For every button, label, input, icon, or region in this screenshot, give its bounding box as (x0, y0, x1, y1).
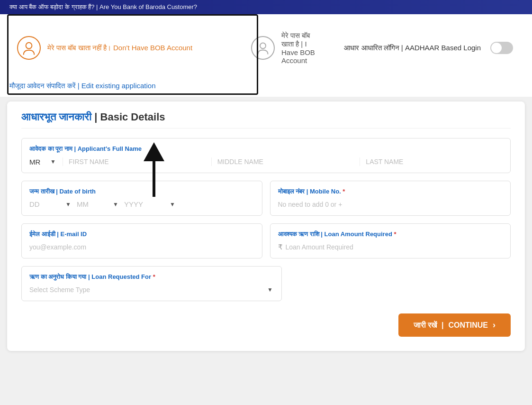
dob-group: जन्म तारीख | Date of birth DD ▼ MM (21, 181, 262, 216)
yyyy-wrapper[interactable]: YYYY ▼ (124, 200, 176, 208)
first-name-field (63, 157, 206, 166)
scheme-type-select[interactable]: Select Scheme Type Home Loan Personal Lo… (29, 286, 274, 294)
dd-select[interactable]: DD (29, 200, 67, 208)
scheme-type-wrapper[interactable]: Select Scheme Type Home Loan Personal Lo… (29, 286, 274, 294)
continue-text-hindi: जारी रखें (414, 321, 437, 330)
svg-point-1 (260, 43, 266, 49)
loan-amount-group: आवश्यक ऋण राशि | Loan Amount Required * … (270, 223, 511, 258)
edit-application-link[interactable]: मौजूदा आवेदन संपादित करें | Edit existin… (9, 82, 156, 90)
svg-point-0 (26, 43, 32, 49)
loan-requested-group: ऋण का अनुरोध किया गया | Loan Requested F… (21, 266, 282, 301)
aadhaar-row: मेरे पास बॉब खाता है | I Have BOB Accoun… (242, 20, 523, 76)
mobile-label: मोबाइल नंबर | Mobile No. * (278, 188, 503, 195)
have-bob-text: मेरे पास बॉब खाता है | I Have BOB Accoun… (281, 31, 317, 64)
basic-details-form: आधारभूत जानकारी | Basic Details आवेदक का… (7, 101, 525, 351)
loan-amount-label: आवश्यक ऋण राशि | Loan Amount Required * (278, 230, 503, 238)
top-bar-text: क्या आप बैंक ऑफ बड़ोदा के ग्राहक हैं? | … (9, 3, 197, 10)
mobile-input[interactable] (278, 201, 503, 208)
middle-name-input[interactable] (217, 158, 354, 166)
email-group: ईमेल आईडी | E-mail ID (21, 223, 262, 258)
mobile-group: मोबाइल नंबर | Mobile No. * (270, 181, 511, 216)
continue-arrow-icon: › (493, 320, 496, 330)
top-bar: क्या आप बैंक ऑफ बड़ोदा के ग्राहक हैं? | … (0, 0, 532, 14)
loan-amount-input-row: ₹ (278, 243, 503, 251)
section-title: आधारभूत जानकारी | Basic Details (21, 111, 511, 129)
account-selection-row: मेरे पास बॉब खाता नहीं है। Don't Have BO… (0, 14, 532, 82)
loan-required-star: * (394, 230, 396, 238)
aadhaar-label: आधार आधारित लॉगिन | AADHAAR Based Login (344, 44, 481, 52)
full-name-group: आवेदक का पूरा नाम | Applicant's Full Nam… (21, 138, 511, 173)
continue-button[interactable]: जारी रखें | CONTINUE › (398, 313, 511, 337)
have-bob-option[interactable]: मेरे पास बॉब खाता है | I Have BOB Accoun… (251, 26, 325, 70)
have-bob-avatar (251, 36, 275, 60)
yyyy-select[interactable]: YYYY (124, 200, 171, 208)
edit-application-row: मौजूदा आवेदन संपादित करें | Edit existin… (0, 82, 532, 97)
full-name-row: MR MRS MS DR ▼ (29, 157, 503, 166)
loan-requested-label: ऋण का अनुरोध किया गया | Loan Requested F… (29, 273, 274, 281)
dob-label: जन्म तारीख | Date of birth (29, 188, 254, 195)
no-bob-text: मेरे पास बॉब खाता नहीं है। Don't Have BO… (47, 44, 192, 52)
mm-select[interactable]: MM (77, 200, 115, 208)
rupee-icon: ₹ (278, 243, 283, 251)
continue-text-english: CONTINUE (448, 321, 488, 330)
salutation-select[interactable]: MR MRS MS DR (29, 158, 57, 166)
loan-amount-input[interactable] (286, 243, 503, 251)
email-loan-row: ईमेल आईडी | E-mail ID आवश्यक ऋण राशि | L… (21, 223, 511, 266)
no-bob-avatar (17, 36, 41, 60)
first-name-input[interactable] (69, 158, 206, 166)
section-title-english: Basic Details (100, 111, 165, 123)
dd-wrapper[interactable]: DD ▼ (29, 200, 72, 208)
salutation-wrapper[interactable]: MR MRS MS DR ▼ (29, 158, 57, 166)
continue-row: जारी रखें | CONTINUE › (21, 309, 511, 337)
section-title-separator: | (94, 111, 100, 123)
email-input[interactable] (29, 243, 254, 251)
email-label: ईमेल आईडी | E-mail ID (29, 230, 254, 238)
last-name-field (360, 157, 503, 166)
mm-wrapper[interactable]: MM ▼ (77, 200, 119, 208)
last-name-input[interactable] (366, 158, 503, 166)
loan-requested-required-star: * (153, 273, 155, 280)
middle-name-field (211, 157, 354, 166)
dob-row: DD ▼ MM ▼ YYYY ▼ (29, 200, 254, 208)
mobile-required-star: * (343, 188, 345, 195)
no-bob-option[interactable]: मेरे पास बॉब खाता नहीं है। Don't Have BO… (9, 20, 242, 76)
aadhaar-toggle[interactable] (490, 42, 513, 54)
dob-mobile-row: जन्म तारीख | Date of birth DD ▼ MM (21, 181, 511, 223)
continue-separator: | (442, 321, 443, 330)
full-name-label: आवेदक का पूरा नाम | Applicant's Full Nam… (29, 145, 503, 153)
section-title-hindi: आधारभूत जानकारी (21, 111, 91, 123)
